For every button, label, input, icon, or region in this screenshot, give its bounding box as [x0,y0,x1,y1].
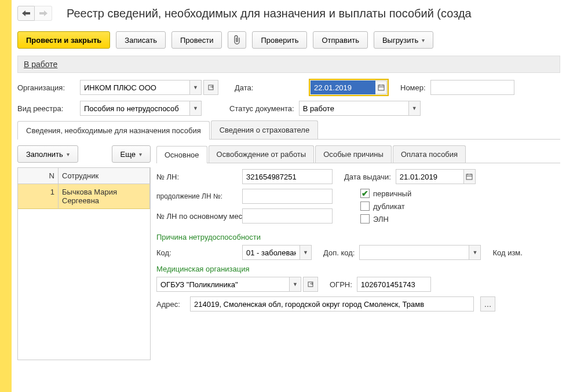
ln-label: № ЛН: [156,173,238,181]
duplicate-checkbox-label: дубликат [373,202,405,211]
calendar-icon [378,84,385,91]
issue-date-picker-button[interactable] [464,169,476,184]
duplicate-checkbox[interactable] [360,202,370,211]
arrow-left-icon [22,10,30,16]
med-org-open-button[interactable] [303,277,318,292]
ellipsis-icon: … [484,300,492,309]
attach-button[interactable] [228,31,246,49]
med-section-title: Медицинская организация [156,265,560,273]
org-input[interactable] [80,80,190,95]
doc-status-dropdown-button[interactable]: ▼ [409,101,421,116]
date-input[interactable] [311,80,375,94]
svg-rect-2 [466,174,472,179]
employee-table: N Сотрудник 1 Бычкова Мария Сергеевна [17,167,151,360]
calendar-icon [466,173,473,180]
issue-date-input[interactable] [396,169,464,184]
inner-tab-work-release[interactable]: Освобождение от работы [209,145,315,163]
add-code-dropdown-button[interactable]: ▼ [469,245,481,260]
primary-checkbox[interactable]: ✔ [360,189,370,198]
date-picker-button[interactable] [375,80,387,94]
ogrn-label: ОГРН: [330,280,352,289]
add-code-input[interactable] [359,245,469,260]
eln-checkbox[interactable] [360,214,370,224]
code-input[interactable] [242,245,300,260]
table-header-employee: Сотрудник [59,168,150,184]
address-pick-button[interactable]: … [480,296,495,312]
continuation-input[interactable] [242,189,333,204]
reason-section-title: Причина нетрудоспособности [156,233,560,241]
org-dropdown-button[interactable]: ▼ [190,80,202,95]
address-input[interactable] [190,296,474,312]
svg-rect-1 [378,85,384,90]
registry-type-input[interactable] [80,101,190,116]
table-cell-n: 1 [18,184,59,209]
inner-tab-payment[interactable]: Оплата пособия [393,145,466,163]
nav-back-button[interactable] [17,6,35,21]
check-button[interactable]: Проверить [252,31,307,49]
table-row[interactable]: 1 Бычкова Мария Сергеевна [18,184,150,209]
table-header-n: N [18,168,59,184]
export-button[interactable]: Выгрузить [374,31,433,49]
issue-date-label: Дата выдачи: [344,173,391,181]
primary-checkbox-label: первичный [373,189,411,198]
post-and-close-button[interactable]: Провести и закрыть [17,31,110,49]
table-cell-name: Бычкова Мария Сергеевна [59,184,150,209]
registry-type-dropdown-button[interactable]: ▼ [190,101,202,116]
main-place-input[interactable] [242,208,333,224]
code-label: Код: [156,248,238,257]
send-button[interactable]: Отправить [313,31,367,49]
add-code-label: Доп. код: [323,248,355,257]
arrow-right-icon [39,10,48,16]
more-button[interactable]: Еще [112,145,151,163]
page-title: Реестр сведений, необходимых для назначе… [67,7,472,20]
inner-tab-main[interactable]: Основное [156,146,207,163]
number-label: Номер: [400,83,426,92]
inner-tab-special[interactable]: Особые причины [315,145,392,163]
tab-insurer-info[interactable]: Сведения о страхователе [211,120,318,139]
code-dropdown-button[interactable]: ▼ [300,245,312,260]
change-code-label: Код изм. [492,248,523,257]
open-icon [308,281,313,287]
open-icon [208,85,214,90]
org-label: Организация: [17,83,75,92]
date-label: Дата: [235,83,304,92]
org-open-button[interactable] [203,80,218,95]
ln-input[interactable] [242,169,333,184]
ogrn-input[interactable] [357,277,431,292]
tab-benefit-info[interactable]: Сведения, необходимые для назначения пос… [17,121,210,140]
status-bar: В работе [17,56,560,73]
address-label: Адрес: [156,300,185,309]
post-button[interactable]: Провести [171,31,222,49]
main-place-label: № ЛН по основному месту работы: [156,212,238,221]
med-org-dropdown-button[interactable]: ▼ [290,277,301,292]
registry-type-label: Вид реестра: [17,104,75,113]
save-button[interactable]: Записать [116,31,166,49]
doc-status-input[interactable] [299,101,409,116]
paperclip-icon [233,35,241,45]
nav-forward-button[interactable] [35,6,52,21]
eln-checkbox-label: ЭЛН [373,215,389,224]
continuation-label: продолжение ЛН №: [156,192,238,200]
doc-status-label: Статус документа: [229,104,294,113]
med-org-input[interactable] [156,277,290,292]
number-input[interactable] [430,80,514,95]
fill-button[interactable]: Заполнить [17,145,78,163]
